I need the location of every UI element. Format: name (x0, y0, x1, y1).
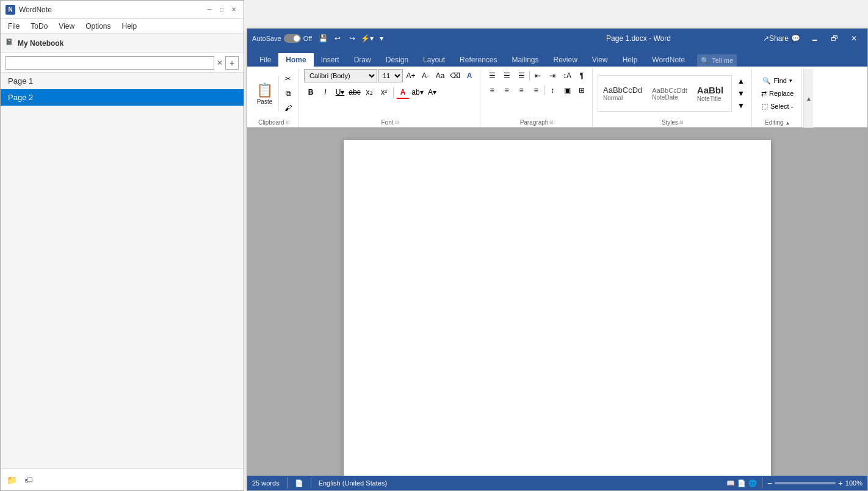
line-spacing-button[interactable]: ↕ (546, 84, 559, 97)
style-notetitle[interactable]: AaBbl NoteTitle (692, 82, 728, 104)
align-center-button[interactable]: ≡ (500, 84, 513, 97)
tab-wordnote[interactable]: WordNote (645, 53, 692, 67)
font-expand-icon[interactable]: ⊡ (395, 120, 399, 125)
cut-button[interactable]: ✂ (281, 72, 295, 85)
editing-expand-icon[interactable]: ▲ (785, 120, 790, 126)
align-left-button[interactable]: ≡ (485, 84, 499, 97)
font-color-button[interactable]: A (396, 85, 410, 99)
grow-font-button[interactable]: A+ (404, 69, 418, 82)
ribbon-minimize-button[interactable]: 🗕 (806, 30, 823, 47)
tab-mailings[interactable]: Mailings (504, 53, 546, 67)
change-case-button[interactable]: Aa (433, 69, 447, 82)
zoom-slider[interactable] (775, 482, 836, 484)
word-document-area[interactable] (247, 128, 867, 476)
format-painter-button[interactable]: 🖌 (281, 101, 295, 115)
quick-access-toolbar: 💾 ↩ ↪ ⚡▾ ▾ (317, 32, 388, 45)
autosave-toggle[interactable] (284, 34, 301, 43)
tab-draw[interactable]: Draw (347, 53, 378, 67)
superscript-button[interactable]: x² (377, 85, 391, 99)
minimize-button[interactable]: ─ (204, 5, 214, 15)
multilevel-button[interactable]: ☰ (515, 69, 528, 82)
tab-view[interactable]: View (585, 53, 615, 67)
italic-button[interactable]: I (319, 85, 332, 99)
menu-options[interactable]: Options (81, 21, 115, 32)
menu-todo[interactable]: ToDo (26, 21, 52, 32)
select-button[interactable]: ⬚ Select - (758, 101, 797, 112)
text-effects-button[interactable]: A (463, 69, 476, 82)
notebook-footer-icon[interactable]: 📁 (5, 474, 18, 486)
highlight-button[interactable]: ab▾ (411, 85, 424, 99)
styles-up-button[interactable]: ▲ (734, 75, 748, 87)
copy-button[interactable]: ⧉ (281, 87, 295, 100)
statusbar-right: 📖 📄 🌐 − + 100% (726, 478, 863, 489)
page-item[interactable]: Page 2 (1, 89, 244, 106)
menu-view[interactable]: View (54, 21, 79, 32)
align-right-button[interactable]: ≡ (515, 84, 528, 97)
menu-file[interactable]: File (3, 21, 24, 32)
web-layout-button[interactable]: 🌐 (748, 479, 757, 487)
numbering-button[interactable]: ☰ (500, 69, 513, 82)
borders-button[interactable]: ⊞ (575, 84, 588, 97)
clear-format-button[interactable]: ⌫ (448, 69, 461, 82)
close-button[interactable]: ✕ (229, 5, 239, 15)
read-mode-button[interactable]: 📖 (726, 479, 735, 487)
style-normal[interactable]: AaBbCcDd Normal (598, 83, 647, 104)
tab-home[interactable]: Home (278, 53, 313, 67)
zoom-in-button[interactable]: + (838, 479, 843, 488)
tab-help[interactable]: Help (615, 53, 645, 67)
justify-button[interactable]: ≡ (529, 84, 543, 97)
zoom-out-button[interactable]: − (767, 479, 772, 488)
tag-footer-icon[interactable]: 🏷 (23, 474, 35, 486)
tab-references[interactable]: References (452, 53, 504, 67)
styles-expand-icon[interactable]: ⊡ (679, 120, 684, 125)
word-close-button[interactable]: ✕ (845, 30, 863, 47)
customize-qa-button[interactable]: ⚡▾ (361, 32, 373, 45)
restore-button[interactable]: 🗗 (826, 30, 843, 47)
tab-design[interactable]: Design (378, 53, 416, 67)
tab-layout[interactable]: Layout (416, 53, 452, 67)
show-marks-button[interactable]: ¶ (575, 69, 588, 82)
shrink-font-button[interactable]: A- (419, 69, 432, 82)
strikethrough-button[interactable]: abc (348, 85, 361, 99)
para-shading-button[interactable]: ▣ (560, 84, 574, 97)
subscript-button[interactable]: x₂ (363, 85, 376, 99)
save-button[interactable]: 💾 (317, 32, 329, 45)
maximize-button[interactable]: □ (217, 5, 226, 15)
print-layout-button[interactable]: 📄 (737, 479, 746, 487)
paste-button[interactable]: 📋 Paste (253, 76, 276, 111)
more-qa-button[interactable]: ▾ (375, 32, 388, 45)
ribbon-expand-button[interactable]: ▲ (803, 69, 813, 128)
decrease-indent-button[interactable]: ⇤ (531, 69, 544, 82)
style-notedate[interactable]: AaBbCcDdt NoteDate (647, 84, 692, 103)
underline-button[interactable]: U▾ (333, 85, 347, 99)
increase-indent-button[interactable]: ⇥ (546, 69, 559, 82)
bold-button[interactable]: B (304, 85, 317, 99)
styles-expand-button[interactable]: ▼ (734, 100, 748, 112)
tab-insert[interactable]: Insert (314, 53, 347, 67)
tab-review[interactable]: Review (546, 53, 585, 67)
font-name-select[interactable]: Calibri (Body) (304, 69, 377, 82)
styles-down-button[interactable]: ▼ (734, 87, 748, 100)
search-clear-icon[interactable]: ✕ (217, 59, 223, 67)
comments-button[interactable]: 💬 (787, 30, 804, 47)
bullets-button[interactable]: ☰ (485, 69, 499, 82)
menu-help[interactable]: Help (117, 21, 142, 32)
add-page-button[interactable]: + (225, 56, 239, 70)
word-statusbar: 25 words 📄 English (United States) 📖 📄 🌐… (247, 476, 867, 490)
share-icon: ↗ (763, 34, 769, 43)
search-input[interactable] (5, 56, 214, 70)
find-button[interactable]: 🔍 Find ▾ (758, 75, 796, 87)
page-item[interactable]: Page 1 (1, 73, 244, 89)
clipboard-expand-icon[interactable]: ⊡ (286, 120, 290, 125)
redo-button[interactable]: ↪ (346, 32, 358, 45)
search-icon: 🔍 (701, 57, 709, 65)
paragraph-expand-icon[interactable]: ⊡ (549, 120, 554, 125)
undo-button[interactable]: ↩ (331, 32, 344, 45)
share-button[interactable]: ↗ Share (767, 30, 784, 47)
font-size-select[interactable]: 11 (378, 69, 403, 82)
shading-button[interactable]: A▾ (425, 85, 439, 99)
tab-file[interactable]: File (252, 53, 278, 67)
replace-button[interactable]: ⇄ Replace (757, 88, 798, 100)
tell-me-text[interactable]: Tell me (712, 57, 733, 64)
sort-button[interactable]: ↕A (560, 69, 574, 82)
